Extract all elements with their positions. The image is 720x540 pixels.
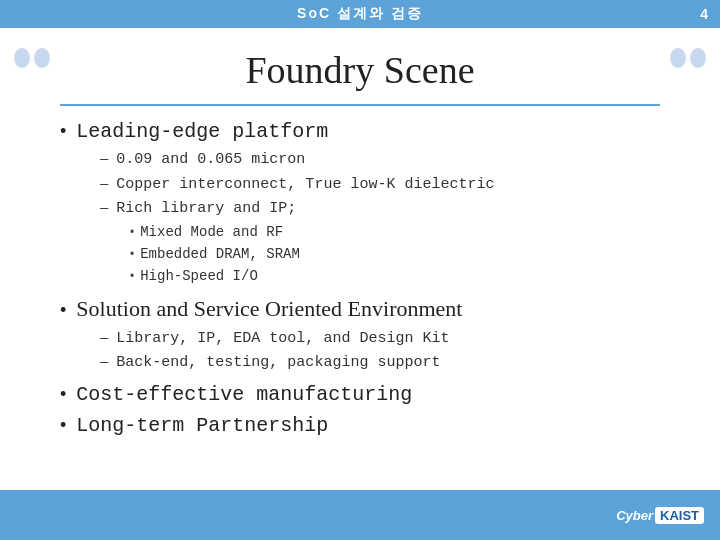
- corner-decor-top-right: [664, 28, 712, 88]
- corner-decor-top-left: [8, 28, 56, 88]
- dash-icon: –: [100, 196, 108, 219]
- bullet-text-4: Long-term Partnership: [76, 414, 328, 437]
- brand-kaist-text: KAIST: [660, 508, 699, 523]
- header-title: SoC 설계와 검증: [297, 5, 423, 23]
- sub-text-1-2: Copper interconnect, True low-K dielectr…: [116, 174, 494, 197]
- slide-number: 4: [700, 6, 708, 22]
- dash-icon: –: [100, 326, 108, 349]
- top-bar: SoC 설계와 검증 4: [0, 0, 720, 28]
- sub-sub-bullet-1-1: • Mixed Mode and RF: [130, 221, 660, 243]
- main-bullet-4: • Long-term Partnership: [60, 414, 660, 437]
- small-dot-icon: •: [130, 223, 134, 242]
- bullet-dot-1: •: [60, 121, 66, 142]
- brand-cyber-text: Cyber: [616, 508, 653, 523]
- bullet-section-2: • Solution and Service Oriented Environm…: [60, 296, 660, 375]
- sub-bullet-2-1: – Library, IP, EDA tool, and Design Kit: [100, 326, 660, 351]
- sub-text-1-3: Rich library and IP;: [116, 198, 296, 221]
- bullet-dot-3: •: [60, 384, 66, 405]
- slide-title: Foundry Scene: [60, 38, 660, 106]
- sub-sub-text-1-3: High-Speed I/O: [140, 265, 258, 287]
- main-bullet-1: • Leading-edge platform: [60, 120, 660, 143]
- bottom-bar: Cyber KAIST: [0, 490, 720, 540]
- brand-logo: Cyber KAIST: [616, 507, 704, 524]
- small-dot-icon: •: [130, 267, 134, 286]
- bullet-dot-2: •: [60, 300, 66, 321]
- bullet-section-3: • Cost-effective manufacturing: [60, 383, 660, 406]
- sub-text-2-2: Back-end, testing, packaging support: [116, 352, 440, 375]
- sub-bullet-2-2: – Back-end, testing, packaging support: [100, 350, 660, 375]
- small-dot-icon: •: [130, 245, 134, 264]
- sub-sub-bullet-1-3: • High-Speed I/O: [130, 265, 660, 287]
- sub-sub-bullet-1-2: • Embedded DRAM, SRAM: [130, 243, 660, 265]
- bullet-text-2: Solution and Service Oriented Environmen…: [76, 296, 462, 322]
- sub-sub-bullets-1: • Mixed Mode and RF • Embedded DRAM, SRA…: [130, 221, 660, 288]
- sub-text-1-1: 0.09 and 0.065 micron: [116, 149, 305, 172]
- sub-bullets-2: – Library, IP, EDA tool, and Design Kit …: [100, 326, 660, 375]
- bullet-text-3: Cost-effective manufacturing: [76, 383, 412, 406]
- slide-content: Foundry Scene • Leading-edge platform – …: [0, 28, 720, 490]
- main-bullet-3: • Cost-effective manufacturing: [60, 383, 660, 406]
- dash-icon: –: [100, 147, 108, 170]
- sub-sub-text-1-1: Mixed Mode and RF: [140, 221, 283, 243]
- sub-bullet-1-2: – Copper interconnect, True low-K dielec…: [100, 172, 660, 197]
- sub-text-2-1: Library, IP, EDA tool, and Design Kit: [116, 328, 449, 351]
- sub-sub-text-1-2: Embedded DRAM, SRAM: [140, 243, 300, 265]
- sub-bullet-1-3: – Rich library and IP;: [100, 196, 660, 221]
- bullet-section-4: • Long-term Partnership: [60, 414, 660, 437]
- main-bullet-2: • Solution and Service Oriented Environm…: [60, 296, 660, 322]
- dash-icon: –: [100, 350, 108, 373]
- dash-icon: –: [100, 172, 108, 195]
- sub-bullets-1: – 0.09 and 0.065 micron – Copper interco…: [100, 147, 660, 288]
- bullet-text-1: Leading-edge platform: [76, 120, 328, 143]
- bullet-section-1: • Leading-edge platform – 0.09 and 0.065…: [60, 120, 660, 288]
- bullet-dot-4: •: [60, 415, 66, 436]
- sub-bullet-1-1: – 0.09 and 0.065 micron: [100, 147, 660, 172]
- brand-kaist-box: KAIST: [655, 507, 704, 524]
